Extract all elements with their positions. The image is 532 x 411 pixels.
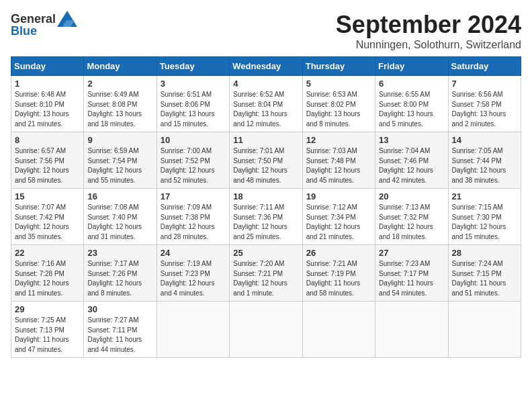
calendar-week-row: 15Sunrise: 7:07 AM Sunset: 7:42 PM Dayli… [11,189,521,245]
day-info: Sunrise: 7:01 AM Sunset: 7:50 PM Dayligh… [233,146,298,185]
calendar-week-row: 22Sunrise: 7:16 AM Sunset: 7:28 PM Dayli… [11,245,521,302]
weekday-header-monday: Monday [84,57,157,76]
day-number: 4 [233,79,298,89]
day-info: Sunrise: 7:11 AM Sunset: 7:36 PM Dayligh… [233,203,298,242]
day-number: 9 [87,135,152,145]
calendar-cell [230,302,302,358]
day-number: 8 [15,135,80,145]
day-info: Sunrise: 7:03 AM Sunset: 7:48 PM Dayligh… [306,146,371,185]
day-info: Sunrise: 7:13 AM Sunset: 7:32 PM Dayligh… [379,203,444,242]
calendar-cell: 28Sunrise: 7:24 AM Sunset: 7:15 PM Dayli… [448,245,521,302]
day-number: 24 [161,248,226,258]
calendar-cell: 7Sunrise: 6:56 AM Sunset: 7:58 PM Daylig… [448,76,521,132]
weekday-header-friday: Friday [375,57,448,76]
calendar-cell [157,302,229,358]
day-number: 27 [379,248,444,258]
day-number: 18 [233,191,298,201]
day-info: Sunrise: 7:04 AM Sunset: 7:46 PM Dayligh… [379,146,444,185]
calendar-cell: 12Sunrise: 7:03 AM Sunset: 7:48 PM Dayli… [302,132,375,189]
day-info: Sunrise: 6:52 AM Sunset: 8:04 PM Dayligh… [233,90,298,129]
day-number: 6 [379,79,444,89]
weekday-header-row: SundayMondayTuesdayWednesdayThursdayFrid… [11,57,521,76]
day-number: 21 [452,191,517,201]
day-info: Sunrise: 7:08 AM Sunset: 7:40 PM Dayligh… [87,203,152,242]
day-info: Sunrise: 7:12 AM Sunset: 7:34 PM Dayligh… [306,203,371,242]
month-title: September 2024 [336,11,521,39]
calendar-cell: 9Sunrise: 6:59 AM Sunset: 7:54 PM Daylig… [84,132,157,189]
calendar-cell: 14Sunrise: 7:05 AM Sunset: 7:44 PM Dayli… [448,132,521,189]
calendar-cell: 3Sunrise: 6:51 AM Sunset: 8:06 PM Daylig… [157,76,229,132]
header: General Blue September 2024 Nunningen, S… [11,11,521,51]
title-area: September 2024 Nunningen, Solothurn, Swi… [336,11,521,51]
day-info: Sunrise: 7:00 AM Sunset: 7:52 PM Dayligh… [161,146,226,185]
day-number: 17 [161,191,226,201]
calendar-week-row: 1Sunrise: 6:48 AM Sunset: 8:10 PM Daylig… [11,76,521,132]
weekday-header-thursday: Thursday [302,57,375,76]
logo-icon [57,11,77,27]
calendar-cell: 25Sunrise: 7:20 AM Sunset: 7:21 PM Dayli… [230,245,302,302]
day-number: 1 [15,79,80,89]
calendar-cell: 2Sunrise: 6:49 AM Sunset: 8:08 PM Daylig… [84,76,157,132]
calendar-cell [375,302,448,358]
calendar-cell: 11Sunrise: 7:01 AM Sunset: 7:50 PM Dayli… [230,132,302,189]
day-number: 26 [306,248,371,258]
calendar-cell [302,302,375,358]
day-info: Sunrise: 7:25 AM Sunset: 7:13 PM Dayligh… [15,316,80,355]
day-number: 30 [87,304,152,314]
day-number: 11 [233,135,298,145]
day-info: Sunrise: 7:05 AM Sunset: 7:44 PM Dayligh… [452,146,517,185]
calendar-cell: 18Sunrise: 7:11 AM Sunset: 7:36 PM Dayli… [230,189,302,245]
calendar-cell: 19Sunrise: 7:12 AM Sunset: 7:34 PM Dayli… [302,189,375,245]
calendar-cell: 20Sunrise: 7:13 AM Sunset: 7:32 PM Dayli… [375,189,448,245]
day-info: Sunrise: 7:16 AM Sunset: 7:28 PM Dayligh… [15,259,80,298]
day-info: Sunrise: 7:27 AM Sunset: 7:11 PM Dayligh… [87,316,152,355]
calendar-cell: 23Sunrise: 7:17 AM Sunset: 7:26 PM Dayli… [84,245,157,302]
day-number: 19 [306,191,371,201]
day-number: 3 [161,79,226,89]
day-number: 25 [233,248,298,258]
day-info: Sunrise: 6:55 AM Sunset: 8:00 PM Dayligh… [379,90,444,129]
day-number: 22 [15,248,80,258]
location-title: Nunningen, Solothurn, Switzerland [336,39,521,51]
day-info: Sunrise: 6:49 AM Sunset: 8:08 PM Dayligh… [87,90,152,129]
calendar-cell: 21Sunrise: 7:15 AM Sunset: 7:30 PM Dayli… [448,189,521,245]
calendar-cell: 15Sunrise: 7:07 AM Sunset: 7:42 PM Dayli… [11,189,84,245]
day-info: Sunrise: 7:17 AM Sunset: 7:26 PM Dayligh… [87,259,152,298]
day-info: Sunrise: 7:21 AM Sunset: 7:19 PM Dayligh… [306,259,371,298]
calendar-cell: 4Sunrise: 6:52 AM Sunset: 8:04 PM Daylig… [230,76,302,132]
day-number: 13 [379,135,444,145]
calendar-week-row: 29Sunrise: 7:25 AM Sunset: 7:13 PM Dayli… [11,302,521,358]
weekday-header-sunday: Sunday [11,57,84,76]
day-info: Sunrise: 6:51 AM Sunset: 8:06 PM Dayligh… [161,90,226,129]
day-info: Sunrise: 6:53 AM Sunset: 8:02 PM Dayligh… [306,90,371,129]
calendar-table: SundayMondayTuesdayWednesdayThursdayFrid… [11,56,521,358]
day-number: 2 [87,79,152,89]
day-number: 16 [87,191,152,201]
logo-blue: Blue [11,24,37,38]
calendar-cell: 8Sunrise: 6:57 AM Sunset: 7:56 PM Daylig… [11,132,84,189]
calendar-cell: 17Sunrise: 7:09 AM Sunset: 7:38 PM Dayli… [157,189,229,245]
calendar-cell: 30Sunrise: 7:27 AM Sunset: 7:11 PM Dayli… [84,302,157,358]
calendar-cell: 6Sunrise: 6:55 AM Sunset: 8:00 PM Daylig… [375,76,448,132]
day-info: Sunrise: 7:24 AM Sunset: 7:15 PM Dayligh… [452,259,517,298]
calendar-cell: 13Sunrise: 7:04 AM Sunset: 7:46 PM Dayli… [375,132,448,189]
calendar-week-row: 8Sunrise: 6:57 AM Sunset: 7:56 PM Daylig… [11,132,521,189]
day-info: Sunrise: 7:20 AM Sunset: 7:21 PM Dayligh… [233,259,298,298]
calendar-cell: 22Sunrise: 7:16 AM Sunset: 7:28 PM Dayli… [11,245,84,302]
day-info: Sunrise: 7:15 AM Sunset: 7:30 PM Dayligh… [452,203,517,242]
day-info: Sunrise: 6:48 AM Sunset: 8:10 PM Dayligh… [15,90,80,129]
day-number: 10 [161,135,226,145]
calendar-cell: 24Sunrise: 7:19 AM Sunset: 7:23 PM Dayli… [157,245,229,302]
calendar-cell: 1Sunrise: 6:48 AM Sunset: 8:10 PM Daylig… [11,76,84,132]
weekday-header-saturday: Saturday [448,57,521,76]
day-info: Sunrise: 7:19 AM Sunset: 7:23 PM Dayligh… [161,259,226,298]
weekday-header-tuesday: Tuesday [157,57,229,76]
day-info: Sunrise: 6:59 AM Sunset: 7:54 PM Dayligh… [87,146,152,185]
day-info: Sunrise: 6:56 AM Sunset: 7:58 PM Dayligh… [452,90,517,129]
day-info: Sunrise: 6:57 AM Sunset: 7:56 PM Dayligh… [15,146,80,185]
day-info: Sunrise: 7:23 AM Sunset: 7:17 PM Dayligh… [379,259,444,298]
day-number: 5 [306,79,371,89]
calendar-cell: 16Sunrise: 7:08 AM Sunset: 7:40 PM Dayli… [84,189,157,245]
calendar-cell: 27Sunrise: 7:23 AM Sunset: 7:17 PM Dayli… [375,245,448,302]
logo: General Blue [11,11,77,38]
